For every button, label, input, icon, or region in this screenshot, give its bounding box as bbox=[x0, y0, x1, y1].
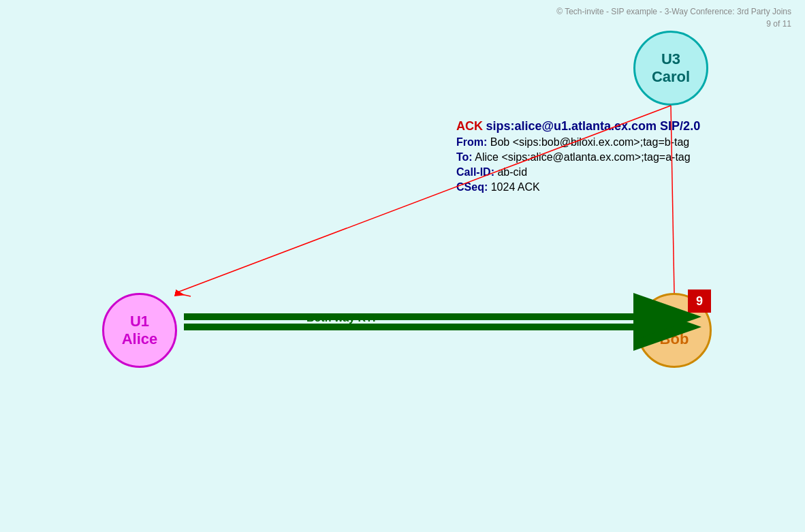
bob-name: Bob bbox=[660, 330, 689, 348]
sip-cseq-label: CSeq: bbox=[456, 181, 488, 193]
sip-uri: sips:alice@u1.atlanta.ex.com SIP/2.0 bbox=[486, 119, 700, 133]
copyright-text: © Tech-invite - SIP example - 3-Way Conf… bbox=[556, 7, 791, 16]
sip-cseq-line: CSeq: 1024 ACK bbox=[456, 181, 700, 193]
sip-cseq-value: 1024 ACK bbox=[491, 181, 540, 193]
sip-request-line: ACK sips:alice@u1.atlanta.ex.com SIP/2.0 bbox=[456, 119, 700, 134]
sip-callid-label: Call-ID: bbox=[456, 166, 494, 178]
carol-id: U3 bbox=[661, 50, 680, 68]
carol-node: U3 Carol bbox=[633, 31, 708, 106]
sip-from-line: From: Bob <sips:bob@biloxi.ex.com>;tag=b… bbox=[456, 136, 700, 148]
sip-from-label: From: bbox=[456, 136, 487, 148]
sip-callid-line: Call-ID: ab-cid bbox=[456, 166, 700, 178]
svg-line-3 bbox=[175, 293, 191, 296]
rtp-label: Both way RTP bbox=[306, 312, 380, 324]
step-badge-9: 9 bbox=[688, 290, 711, 313]
alice-name: Alice bbox=[122, 330, 158, 348]
alice-node: U1 Alice bbox=[102, 293, 177, 368]
carol-name: Carol bbox=[652, 68, 690, 86]
sip-method: ACK bbox=[456, 119, 483, 133]
sip-to-label: To: bbox=[456, 151, 473, 163]
alice-id: U1 bbox=[130, 313, 149, 330]
page-container: © Tech-invite - SIP example - 3-Way Conf… bbox=[0, 0, 805, 532]
sip-from-value: Bob <sips:bob@biloxi.ex.com>;tag=b-tag bbox=[490, 136, 689, 148]
sip-to-line: To: Alice <sips:alice@atlanta.ex.com>;ta… bbox=[456, 151, 700, 163]
page-number: 9 of 11 bbox=[766, 19, 791, 29]
sip-to-value: Alice <sips:alice@atlanta.ex.com>;tag=a-… bbox=[475, 151, 690, 163]
sip-message-panel: ACK sips:alice@u1.atlanta.ex.com SIP/2.0… bbox=[456, 119, 700, 196]
bob-id: U2 bbox=[665, 313, 684, 330]
sip-callid-value: ab-cid bbox=[497, 166, 527, 178]
